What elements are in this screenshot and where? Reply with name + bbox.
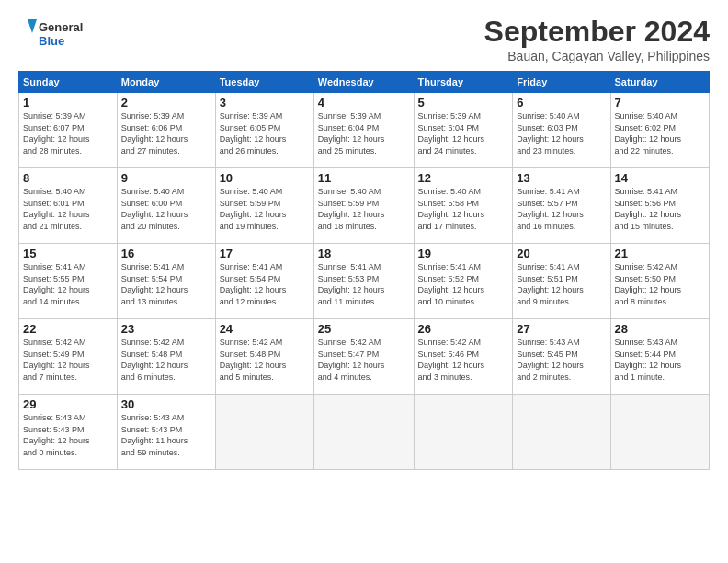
calendar-cell: 18Sunrise: 5:41 AM Sunset: 5:53 PM Dayli… <box>313 244 414 319</box>
calendar-cell: 5Sunrise: 5:39 AM Sunset: 6:04 PM Daylig… <box>414 93 513 168</box>
day-number: 27 <box>517 322 606 336</box>
weekday-header-monday: Monday <box>117 72 215 93</box>
calendar-cell: 2Sunrise: 5:39 AM Sunset: 6:06 PM Daylig… <box>117 93 215 168</box>
calendar-cell: 29Sunrise: 5:43 AM Sunset: 5:43 PM Dayli… <box>19 395 118 470</box>
day-number: 23 <box>121 322 211 336</box>
title-block: September 2024 Bauan, Cagayan Valley, Ph… <box>484 15 710 63</box>
day-info: Sunrise: 5:40 AM Sunset: 6:00 PM Dayligh… <box>121 186 211 232</box>
day-info: Sunrise: 5:41 AM Sunset: 5:54 PM Dayligh… <box>121 261 211 307</box>
day-info: Sunrise: 5:42 AM Sunset: 5:47 PM Dayligh… <box>318 337 410 383</box>
day-number: 5 <box>418 96 509 109</box>
day-info: Sunrise: 5:41 AM Sunset: 5:56 PM Dayligh… <box>615 186 705 232</box>
day-number: 20 <box>517 247 606 260</box>
day-info: Sunrise: 5:40 AM Sunset: 5:58 PM Dayligh… <box>418 186 509 232</box>
calendar-cell: 9Sunrise: 5:40 AM Sunset: 6:00 PM Daylig… <box>117 168 215 244</box>
day-info: Sunrise: 5:41 AM Sunset: 5:52 PM Dayligh… <box>418 261 509 307</box>
calendar-cell: 26Sunrise: 5:42 AM Sunset: 5:46 PM Dayli… <box>414 319 513 395</box>
day-info: Sunrise: 5:43 AM Sunset: 5:43 PM Dayligh… <box>23 412 113 458</box>
calendar-cell: 27Sunrise: 5:43 AM Sunset: 5:45 PM Dayli… <box>513 319 610 395</box>
day-number: 19 <box>418 247 509 260</box>
calendar-cell: 13Sunrise: 5:41 AM Sunset: 5:57 PM Dayli… <box>513 168 610 244</box>
day-number: 12 <box>418 171 509 185</box>
weekday-header-thursday: Thursday <box>414 72 513 93</box>
day-number: 2 <box>121 96 211 109</box>
calendar-cell: 6Sunrise: 5:40 AM Sunset: 6:03 PM Daylig… <box>513 93 610 168</box>
day-info: Sunrise: 5:39 AM Sunset: 6:04 PM Dayligh… <box>318 110 410 156</box>
day-number: 28 <box>615 322 705 336</box>
svg-text:Blue: Blue <box>39 34 64 48</box>
day-info: Sunrise: 5:41 AM Sunset: 5:54 PM Dayligh… <box>220 261 310 307</box>
calendar-cell: 19Sunrise: 5:41 AM Sunset: 5:52 PM Dayli… <box>414 244 513 319</box>
day-number: 25 <box>318 322 410 336</box>
day-info: Sunrise: 5:39 AM Sunset: 6:04 PM Dayligh… <box>418 110 509 156</box>
day-number: 15 <box>23 247 113 260</box>
day-number: 26 <box>418 322 509 336</box>
day-info: Sunrise: 5:41 AM Sunset: 5:55 PM Dayligh… <box>23 261 113 307</box>
day-number: 22 <box>23 322 113 336</box>
calendar-cell: 12Sunrise: 5:40 AM Sunset: 5:58 PM Dayli… <box>414 168 513 244</box>
calendar-cell: 11Sunrise: 5:40 AM Sunset: 5:59 PM Dayli… <box>313 168 414 244</box>
calendar-cell: 8Sunrise: 5:40 AM Sunset: 6:01 PM Daylig… <box>19 168 118 244</box>
day-number: 11 <box>318 171 410 185</box>
calendar-cell <box>610 395 709 470</box>
page-header: General Blue September 2024 Bauan, Cagay… <box>18 15 710 63</box>
logo-svg: General Blue <box>18 15 85 52</box>
day-number: 1 <box>23 96 113 109</box>
day-number: 10 <box>220 171 310 185</box>
weekday-header-sunday: Sunday <box>19 72 118 93</box>
calendar-cell <box>215 395 313 470</box>
day-number: 6 <box>517 96 606 109</box>
calendar-cell: 24Sunrise: 5:42 AM Sunset: 5:48 PM Dayli… <box>215 319 313 395</box>
calendar-cell: 4Sunrise: 5:39 AM Sunset: 6:04 PM Daylig… <box>313 93 414 168</box>
day-number: 14 <box>615 171 705 185</box>
svg-text:General: General <box>39 20 83 34</box>
calendar-cell: 21Sunrise: 5:42 AM Sunset: 5:50 PM Dayli… <box>610 244 709 319</box>
day-number: 24 <box>220 322 310 336</box>
calendar-cell: 15Sunrise: 5:41 AM Sunset: 5:55 PM Dayli… <box>19 244 118 319</box>
day-number: 7 <box>615 96 705 109</box>
day-number: 9 <box>121 171 211 185</box>
day-info: Sunrise: 5:43 AM Sunset: 5:44 PM Dayligh… <box>615 337 705 383</box>
calendar-cell: 7Sunrise: 5:40 AM Sunset: 6:02 PM Daylig… <box>610 93 709 168</box>
day-number: 30 <box>121 397 211 411</box>
day-info: Sunrise: 5:40 AM Sunset: 5:59 PM Dayligh… <box>220 186 310 232</box>
calendar-cell: 30Sunrise: 5:43 AM Sunset: 5:43 PM Dayli… <box>117 395 215 470</box>
month-title: September 2024 <box>484 15 710 49</box>
calendar-cell: 28Sunrise: 5:43 AM Sunset: 5:44 PM Dayli… <box>610 319 709 395</box>
calendar-cell: 14Sunrise: 5:41 AM Sunset: 5:56 PM Dayli… <box>610 168 709 244</box>
svg-marker-2 <box>28 19 37 33</box>
day-number: 21 <box>615 247 705 260</box>
calendar-cell: 20Sunrise: 5:41 AM Sunset: 5:51 PM Dayli… <box>513 244 610 319</box>
calendar-cell: 3Sunrise: 5:39 AM Sunset: 6:05 PM Daylig… <box>215 93 313 168</box>
day-info: Sunrise: 5:43 AM Sunset: 5:45 PM Dayligh… <box>517 337 606 383</box>
day-info: Sunrise: 5:40 AM Sunset: 5:59 PM Dayligh… <box>318 186 410 232</box>
weekday-header-friday: Friday <box>513 72 610 93</box>
day-info: Sunrise: 5:41 AM Sunset: 5:51 PM Dayligh… <box>517 261 606 307</box>
day-info: Sunrise: 5:42 AM Sunset: 5:48 PM Dayligh… <box>121 337 211 383</box>
day-number: 13 <box>517 171 606 185</box>
calendar-cell: 1Sunrise: 5:39 AM Sunset: 6:07 PM Daylig… <box>19 93 118 168</box>
day-info: Sunrise: 5:42 AM Sunset: 5:46 PM Dayligh… <box>418 337 509 383</box>
calendar-cell: 16Sunrise: 5:41 AM Sunset: 5:54 PM Dayli… <box>117 244 215 319</box>
day-info: Sunrise: 5:39 AM Sunset: 6:07 PM Dayligh… <box>23 110 113 156</box>
day-number: 16 <box>121 247 211 260</box>
calendar-cell <box>414 395 513 470</box>
day-info: Sunrise: 5:42 AM Sunset: 5:50 PM Dayligh… <box>615 261 705 307</box>
calendar-cell <box>513 395 610 470</box>
day-info: Sunrise: 5:43 AM Sunset: 5:43 PM Dayligh… <box>121 412 211 458</box>
day-number: 8 <box>23 171 113 185</box>
day-number: 18 <box>318 247 410 260</box>
day-info: Sunrise: 5:40 AM Sunset: 6:02 PM Dayligh… <box>615 110 705 156</box>
day-number: 4 <box>318 96 410 109</box>
day-info: Sunrise: 5:42 AM Sunset: 5:48 PM Dayligh… <box>220 337 310 383</box>
day-info: Sunrise: 5:40 AM Sunset: 6:03 PM Dayligh… <box>517 110 606 156</box>
calendar-cell: 10Sunrise: 5:40 AM Sunset: 5:59 PM Dayli… <box>215 168 313 244</box>
weekday-header-tuesday: Tuesday <box>215 72 313 93</box>
day-info: Sunrise: 5:41 AM Sunset: 5:53 PM Dayligh… <box>318 261 410 307</box>
day-number: 3 <box>220 96 310 109</box>
location: Bauan, Cagayan Valley, Philippines <box>484 49 710 63</box>
day-info: Sunrise: 5:42 AM Sunset: 5:49 PM Dayligh… <box>23 337 113 383</box>
day-info: Sunrise: 5:39 AM Sunset: 6:05 PM Dayligh… <box>220 110 310 156</box>
calendar-table: SundayMondayTuesdayWednesdayThursdayFrid… <box>18 71 710 470</box>
calendar-cell: 25Sunrise: 5:42 AM Sunset: 5:47 PM Dayli… <box>313 319 414 395</box>
